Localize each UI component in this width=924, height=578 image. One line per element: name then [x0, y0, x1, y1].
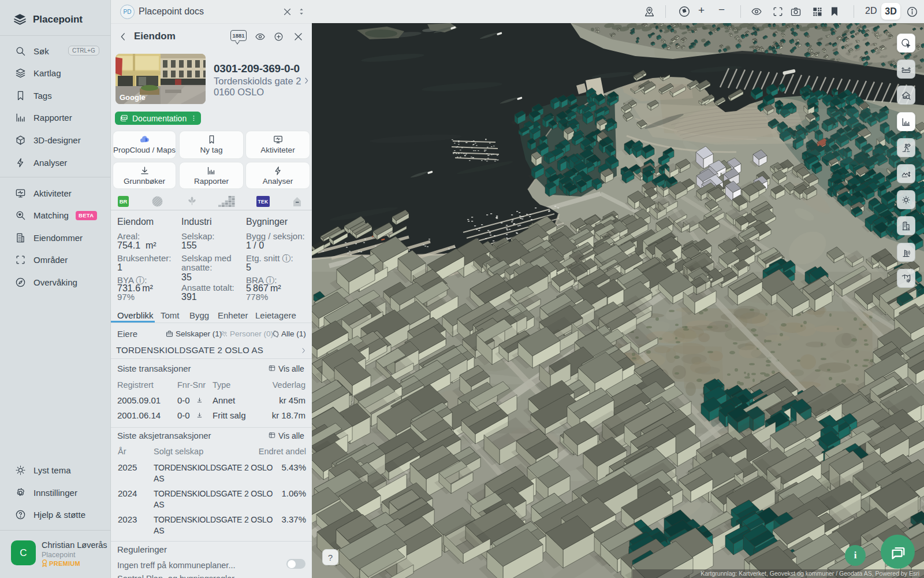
- svg-text:Kartgrunnlag: Kartverket, Geov: Kartgrunnlag: Kartverket, Geovekst og ko…: [701, 570, 919, 577]
- svg-text:Google: Google: [120, 93, 146, 102]
